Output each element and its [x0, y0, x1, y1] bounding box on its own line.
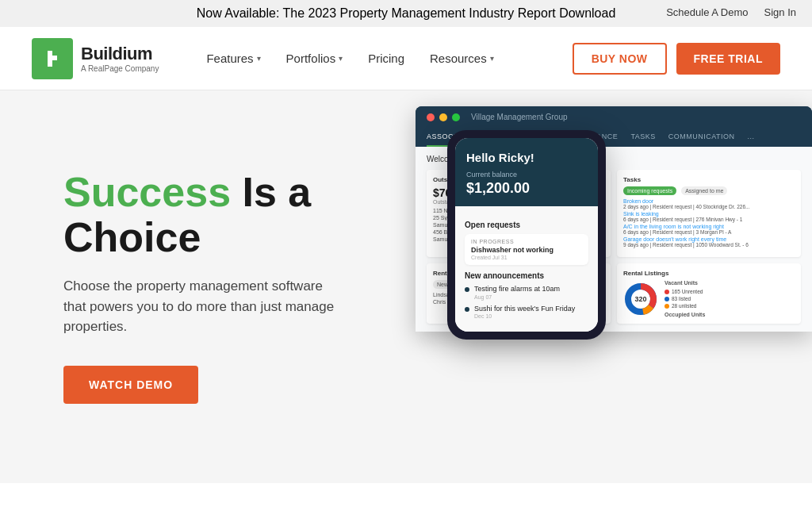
phone-body: Open requests IN PROGRESS Dishwasher not…	[455, 206, 598, 332]
nav-resources[interactable]: Resources ▾	[430, 52, 494, 65]
phone-announce-text: Testing fire alarms at 10am	[474, 285, 560, 294]
list-item: A/C in the living room is not working ri…	[623, 224, 795, 235]
donut-chart-area: 320 Vacant Units 165 Unrented	[623, 280, 795, 317]
phone-announcements-title: New announcements	[465, 271, 588, 280]
dot-red	[427, 113, 435, 121]
chevron-down-icon: ▾	[339, 54, 343, 63]
donut-chart: 320	[623, 282, 658, 317]
dash-card-tasks: Tasks Incoming requests Assigned to me B…	[617, 170, 801, 257]
dash-card-listings: Rental Listings 320	[617, 263, 801, 324]
phone-request-item: IN PROGRESS Dishwasher not working Creat…	[465, 234, 588, 265]
vacant-label: Vacant Units	[665, 280, 705, 286]
chevron-down-icon: ▾	[490, 54, 494, 63]
bullet-icon	[465, 307, 469, 312]
hero-content: Success Is a Choice Choose the property …	[0, 122, 412, 451]
donut-legend: Vacant Units 165 Unrented 83 listed	[665, 280, 705, 317]
nav-portfolios[interactable]: Portfolios ▾	[286, 52, 343, 65]
phone-balance: $1,200.00	[466, 180, 587, 197]
phone-request-date: Created Jul 31	[471, 255, 582, 260]
logo-name: Buildium	[81, 44, 159, 64]
watch-demo-button[interactable]: WATCH DEMO	[63, 366, 198, 404]
dot-green	[452, 113, 460, 121]
phone-balance-label: Current balance	[466, 171, 587, 178]
tasks-tab-incoming[interactable]: Incoming requests	[623, 186, 676, 195]
dot-yellow	[439, 113, 447, 121]
nav-actions: BUY NOW FREE TRIAL	[573, 43, 780, 75]
legend-item-unlisted: 28 unlisted	[665, 303, 705, 309]
hero-visuals: Village Management Group ASSOCIATIONS AC…	[352, 90, 812, 483]
svg-rect-0	[52, 56, 57, 60]
list-item: Broken door 2 days ago | Resident reques…	[623, 198, 795, 209]
list-item: Sink is leaking 6 days ago | Resident re…	[623, 211, 795, 222]
chevron-down-icon: ▾	[257, 54, 261, 63]
bullet-icon	[465, 287, 469, 292]
sign-in-link[interactable]: Sign In	[764, 6, 796, 18]
nav-pricing[interactable]: Pricing	[368, 52, 404, 65]
dash-listings-title: Rental Listings	[623, 270, 795, 277]
phone-screen: Hello Ricky! Current balance $1,200.00 O…	[455, 138, 598, 332]
schedule-demo-link[interactable]: Schedule A Demo	[666, 6, 748, 18]
phone-mockup: Hello Ricky! Current balance $1,200.00 O…	[447, 130, 606, 340]
dash-nav-tasks[interactable]: TASKS	[630, 128, 655, 147]
legend-dot-blue	[665, 297, 669, 301]
buy-now-button[interactable]: BUY NOW	[573, 43, 667, 75]
legend-dot-orange	[665, 304, 669, 309]
nav-features[interactable]: Features ▾	[206, 52, 260, 65]
logo-text-wrap: Buildium A RealPage Company	[81, 44, 159, 73]
bottom-section: We get it - there's no such thing as a	[0, 483, 812, 522]
svg-text:320: 320	[634, 295, 646, 303]
navbar: Buildium A RealPage Company Features ▾ P…	[0, 27, 812, 90]
dash-nav-communication[interactable]: COMMUNICATION	[668, 128, 735, 147]
list-item: Garage door doesn't work right every tim…	[623, 236, 795, 248]
logo[interactable]: Buildium A RealPage Company	[32, 38, 159, 79]
dash-nav-more[interactable]: ...	[748, 128, 755, 147]
hero-subtitle: Choose the property management software …	[63, 276, 349, 337]
phone-request-status: IN PROGRESS	[471, 239, 582, 244]
phone-header: Hello Ricky! Current balance $1,200.00	[455, 138, 598, 206]
logo-icon	[32, 38, 73, 79]
dashboard-company: Village Management Group	[471, 113, 568, 121]
phone-announce-date: Dec 10	[474, 313, 575, 319]
occupied-label: Occupied Units	[665, 312, 705, 317]
hero-title: Success Is a Choice	[63, 170, 349, 260]
top-banner: Now Available: The 2023 Property Managem…	[0, 0, 812, 27]
banner-link[interactable]: Download	[559, 6, 615, 21]
free-trial-button[interactable]: FREE TRIAL	[676, 43, 780, 75]
phone-greeting: Hello Ricky!	[466, 151, 587, 164]
logo-sub: A RealPage Company	[81, 64, 159, 73]
banner-text: Now Available: The 2023 Property Managem…	[197, 6, 556, 21]
phone-announce-item: Sushi for this week's Fun Friday Dec 10	[465, 305, 588, 320]
phone-announce-date: Aug 07	[474, 294, 560, 300]
tasks-tab-assigned[interactable]: Assigned to me	[681, 186, 727, 195]
dash-tasks-title: Tasks	[623, 176, 795, 183]
tasks-tabs: Incoming requests Assigned to me	[623, 186, 795, 195]
phone-request-title: Dishwasher not working	[471, 246, 582, 254]
phone-requests-title: Open requests	[465, 221, 588, 229]
legend-item-listed: 83 listed	[665, 296, 705, 301]
legend-item-unrented: 165 Unrented	[665, 289, 705, 294]
hero-section: Success Is a Choice Choose the property …	[0, 90, 812, 483]
legend-dot-red	[665, 290, 669, 294]
phone-announce-item: Testing fire alarms at 10am Aug 07	[465, 285, 588, 300]
nav-links: Features ▾ Portfolios ▾ Pricing Resource…	[206, 52, 572, 65]
phone-announce-text: Sushi for this week's Fun Friday	[474, 305, 575, 314]
hero-title-highlight: Success	[63, 169, 231, 215]
